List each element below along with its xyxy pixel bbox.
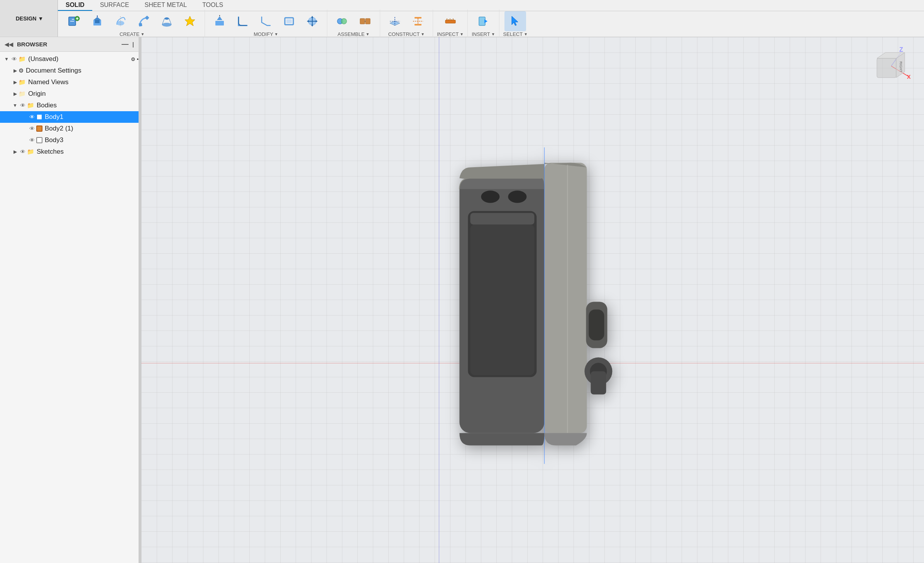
settings-dot: ⚙ • [131, 56, 139, 62]
inspect-label[interactable]: INSPECT ▼ [437, 31, 464, 37]
measure-icon[interactable] [440, 11, 461, 31]
create-arrow: ▼ [140, 32, 144, 36]
body3-label: Body3 [45, 136, 139, 144]
svg-point-30 [341, 19, 347, 24]
svg-marker-28 [316, 20, 318, 22]
extrude-icon[interactable] [86, 11, 108, 31]
unsaved-label: (Unsaved) [28, 55, 129, 63]
toolbar-icons-row: CREATE ▼ [58, 11, 924, 37]
gear-icon: ⚙ [19, 67, 24, 74]
new-component-icon[interactable] [63, 11, 85, 31]
body1-label: Body1 [45, 113, 139, 121]
assemble-group: ASSEMBLE ▼ [327, 10, 380, 39]
fillet-icon[interactable] [232, 11, 254, 31]
tree-item-unsaved[interactable]: ▼ 👁 📁 (Unsaved) ⚙ • [0, 53, 139, 65]
svg-marker-18 [217, 16, 222, 20]
tree-item-doc-settings[interactable]: ▶ ⚙ Document Settings [0, 65, 139, 76]
chamfer-icon[interactable] [255, 11, 277, 31]
z-axis-label: Z [899, 46, 903, 53]
svg-rect-65 [877, 58, 896, 78]
body2-label: Body2 (1) [45, 125, 139, 132]
browser-minimize[interactable]: — [122, 40, 129, 48]
design-label: DESIGN [16, 15, 37, 22]
bodies-label: Bodies [37, 102, 139, 109]
create-label[interactable]: CREATE ▼ [120, 31, 145, 37]
svg-marker-48 [512, 16, 518, 25]
loft-icon[interactable] [156, 11, 178, 31]
svg-point-55 [508, 190, 526, 203]
folder-icon-named-views: 📁 [19, 79, 26, 86]
svg-rect-13 [145, 15, 149, 20]
sketches-label: Sketches [37, 148, 139, 156]
doc-settings-label: Document Settings [26, 67, 139, 75]
select-group: SELECT ▼ [499, 10, 531, 39]
select-icon[interactable] [504, 11, 526, 31]
tree-item-body1[interactable]: 👁 Body1 [0, 111, 139, 123]
joint2-icon[interactable] [354, 11, 376, 31]
axis-icon[interactable] [407, 11, 429, 31]
tree-item-origin[interactable]: ▶ 📁 Origin [0, 88, 139, 100]
collapse-button[interactable]: ◀◀ [5, 41, 13, 47]
svg-rect-36 [415, 17, 421, 19]
view-cube[interactable]: Z X RIGHT [870, 45, 912, 87]
tree-item-bodies[interactable]: ▼ 👁 📁 Bodies [0, 100, 139, 111]
svg-rect-12 [139, 23, 142, 26]
assemble-label[interactable]: ASSEMBLE ▼ [338, 31, 370, 37]
insert-label[interactable]: INSERT ▼ [472, 31, 495, 37]
construct-label[interactable]: CONSTRUCT ▼ [388, 31, 425, 37]
push-pull-icon[interactable] [209, 11, 230, 31]
modify-group: MODIFY ▼ [205, 10, 327, 39]
plane-icon[interactable] [384, 11, 406, 31]
folder-icon-unsaved: 📁 [19, 56, 26, 63]
select-label[interactable]: SELECT ▼ [503, 31, 528, 37]
body-icon-body1 [36, 114, 42, 120]
rib-icon[interactable] [179, 11, 201, 31]
body-icon-body3 [36, 137, 42, 143]
insert-icon[interactable] [472, 11, 494, 31]
svg-marker-7 [93, 17, 101, 20]
svg-rect-31 [360, 19, 365, 24]
browser-options[interactable]: | [132, 41, 134, 47]
tree-item-sketches[interactable]: ▶ 👁 📁 Sketches [0, 146, 139, 158]
svg-rect-32 [366, 19, 370, 24]
svg-marker-16 [185, 16, 195, 26]
folder-icon-origin: 📁 [19, 90, 26, 97]
folder-icon-sketches: 📁 [27, 148, 34, 155]
browser-title: BROWSER [17, 41, 47, 47]
design-button[interactable]: DESIGN ▼ [0, 0, 58, 37]
move-icon[interactable] [301, 11, 323, 31]
modify-label[interactable]: MODIFY ▼ [254, 31, 278, 37]
create-group: CREATE ▼ [59, 10, 205, 39]
svg-rect-50 [544, 163, 587, 433]
model-3d [436, 147, 621, 465]
svg-rect-57 [589, 309, 604, 340]
svg-rect-8 [95, 20, 100, 23]
svg-marker-27 [307, 20, 309, 22]
revolve-icon[interactable] [110, 11, 131, 31]
design-arrow: ▼ [38, 15, 43, 22]
svg-rect-46 [479, 17, 485, 25]
body-icon-body2 [36, 125, 42, 132]
svg-rect-60 [591, 371, 606, 394]
3d-viewport[interactable]: Z X RIGHT [141, 37, 924, 563]
sweep-icon[interactable] [133, 11, 154, 31]
right-label: RIGHT [899, 61, 903, 73]
folder-icon-bodies: 📁 [27, 102, 34, 109]
tree-item-named-views[interactable]: ▶ 📁 Named Views [0, 76, 139, 88]
origin-label: Origin [28, 90, 139, 98]
construct-group: CONSTRUCT ▼ [380, 10, 433, 39]
svg-rect-21 [286, 19, 292, 23]
svg-rect-17 [215, 21, 224, 25]
browser-tree: ▼ 👁 📁 (Unsaved) ⚙ • ▶ ⚙ Document Setting… [0, 52, 139, 159]
browser-panel: ◀◀ BROWSER — | ▼ 👁 📁 (Unsaved) ⚙ • ▶ ⚙ D… [0, 37, 139, 563]
svg-rect-37 [415, 24, 421, 25]
joint-icon[interactable] [331, 11, 353, 31]
tree-item-body2[interactable]: 👁 Body2 (1) [0, 123, 139, 134]
svg-rect-40 [445, 20, 455, 23]
shell-icon[interactable] [278, 11, 300, 31]
insert-group: INSERT ▼ [468, 10, 499, 39]
svg-point-54 [481, 190, 499, 203]
tree-item-body3[interactable]: 👁 Body3 [0, 134, 139, 146]
x-axis-label: X [907, 74, 911, 80]
inspect-group: INSPECT ▼ [433, 10, 468, 39]
